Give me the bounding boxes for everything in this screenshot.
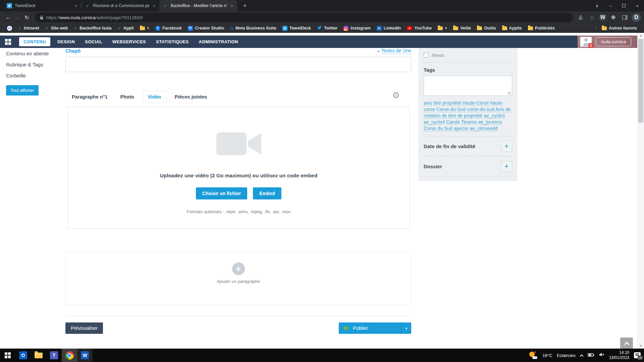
taskbar-clock[interactable]: 14:10 13/01/2023 (609, 350, 629, 360)
bookmark-google[interactable]: G (5, 24, 14, 32)
share-icon[interactable] (576, 13, 585, 22)
temperature[interactable]: 16°C (542, 353, 552, 358)
add-date-button[interactable]: + (501, 141, 512, 152)
bookmark-tweetdeck[interactable]: TweetDeck (280, 24, 313, 32)
tag-link[interactable]: Corse du Sud (424, 126, 452, 131)
notification-center-icon[interactable]: 26 (634, 352, 641, 358)
show-all-button[interactable]: Tout afficher (6, 85, 39, 96)
back-button[interactable]: ← (3, 13, 13, 22)
taskbar-teams[interactable]: T (46, 349, 62, 362)
tag-link[interactable]: ajaccio (454, 126, 469, 131)
taskbar-word[interactable]: W (77, 349, 93, 362)
tag-link[interactable]: corse-du-sud (467, 107, 494, 112)
preview-button[interactable]: Prévisualiser (65, 322, 103, 334)
nav-item-contenu[interactable]: CONTENU (19, 37, 50, 46)
bookmark-creator-studio[interactable]: Creator Studio (185, 24, 226, 32)
nav-item-administration[interactable]: ADMINISTRATION (194, 36, 243, 48)
bookmark-meta-business-suite[interactable]: ∞Meta Business Suite (228, 24, 279, 32)
add-dossier-button[interactable]: + (501, 161, 512, 172)
news-checkbox[interactable] (424, 53, 429, 58)
tab-search-chevron-icon[interactable]: ∨ (590, 0, 604, 11)
bookmark-folder-plus[interactable]: + (138, 24, 152, 32)
volume-muted-icon[interactable] (599, 352, 604, 358)
tag-link[interactable]: Haute-Corse (462, 100, 489, 106)
tag-link[interactable]: ae_cdcveedd (470, 126, 497, 131)
nav-item-statistiques[interactable]: STATISTIQUES (151, 36, 194, 48)
nav-item-social[interactable]: SOCIAL (80, 36, 107, 48)
account-button[interactable]: isula.corsica (596, 37, 631, 46)
chapo-textarea[interactable] (65, 57, 411, 72)
tab-video-active[interactable]: Vidéo (143, 91, 166, 103)
tab-close-icon[interactable]: × (230, 3, 234, 8)
other-favorites-button[interactable]: Autres favoris (599, 24, 639, 32)
nav-item-design[interactable]: DESIGN (52, 36, 80, 48)
apps-grid-icon[interactable] (5, 39, 11, 45)
new-tab-button[interactable]: + (240, 2, 249, 10)
weather-icon[interactable] (529, 351, 538, 359)
window-close-button[interactable]: × (631, 0, 644, 11)
address-bar[interactable]: https://www.isula.corsica/admin/page/701… (35, 13, 573, 22)
hidden-icons-chevron[interactable] (580, 354, 583, 358)
bookmark-site-web[interactable]: ✓Site web (43, 24, 70, 32)
tab-close-icon[interactable]: × (152, 3, 156, 8)
tag-link[interactable]: ae_cycle3 (484, 113, 505, 119)
tag-link[interactable]: Corse-du-Sud (436, 107, 466, 112)
tab-riunione[interactable]: ✓ Riunione di a Cummissione perm × (82, 0, 159, 11)
profile-avatar[interactable]: D (632, 13, 641, 22)
bookmark-instagram[interactable]: Instagram (341, 24, 373, 32)
bookmark-linkedin[interactable]: inLinkedIn (374, 24, 403, 32)
bookmark-folder-outils[interactable]: Outils (475, 24, 498, 32)
battery-icon[interactable] (588, 352, 594, 358)
taskbar-file-explorer[interactable] (31, 349, 46, 362)
embed-button[interactable]: Embed (253, 187, 281, 199)
sidebar-item-rubrique-tags[interactable]: Rubrique & Tags (0, 59, 65, 70)
tab-backoffice-active[interactable]: ✓ Backoffice - Modifier l'article n°3 × (159, 0, 237, 11)
reload-button[interactable]: ↻ (22, 13, 32, 22)
window-maximize-button[interactable] (617, 0, 631, 11)
extensions-puzzle-icon[interactable] (609, 13, 618, 22)
bookmark-folder-plus-2[interactable]: + (435, 24, 449, 32)
side-panel-icon[interactable] (621, 13, 629, 22)
publish-dropdown-button[interactable]: ▾ (401, 322, 411, 334)
start-button[interactable] (0, 349, 15, 362)
textes-de-une-link[interactable]: ▸ Textes de Une (378, 48, 411, 54)
bookmark-star-icon[interactable]: ☆ (588, 13, 596, 22)
bookmark-twitter[interactable]: Twitter (315, 24, 340, 32)
scroll-to-top-button[interactable] (620, 338, 633, 349)
tab-photo[interactable]: Photo (114, 94, 141, 100)
bookmark-intranet[interactable]: ✓Intranet (16, 24, 42, 32)
nav-item-webservices[interactable]: WEBSERVICES (107, 36, 151, 48)
scrollbar-down-icon[interactable]: ▼ (638, 343, 644, 349)
tags-textarea[interactable] (424, 76, 512, 96)
bookmark-folder-publicites[interactable]: Publicités (526, 24, 557, 32)
bookmark-appli[interactable]: ✓Appli (115, 24, 136, 32)
tag-link[interactable]: ae_cycle4 (424, 119, 445, 125)
gear-icon[interactable]: ⚙ (392, 90, 400, 101)
tab-paragraphe-1[interactable]: Paragraphe n°1 (65, 94, 114, 100)
bookmark-backoffice-isula[interactable]: ✓Backoffice Isula (71, 24, 114, 32)
tag-link[interactable]: ae_lyceens (478, 119, 502, 125)
add-paragraph-zone[interactable]: + Ajouter un paragraphe (65, 252, 411, 305)
bookmark-facebook[interactable]: fFacebook (153, 24, 184, 32)
tag-link[interactable]: Carole Teramo (446, 119, 477, 125)
user-avatar[interactable]: 3 (580, 37, 592, 47)
sidebar-item-contenu-en-attente[interactable]: Contenu en attente (0, 48, 65, 59)
taskbar-chrome-active[interactable] (62, 349, 77, 362)
bookmark-youtube[interactable]: YouTube (405, 24, 434, 32)
weather-description[interactable]: Eclaircies (557, 353, 576, 358)
tab-pieces-jointes[interactable]: Pièces jointes (168, 94, 214, 100)
sidebar-item-corbeille[interactable]: Corbeille (0, 70, 65, 81)
forward-button[interactable]: → (13, 13, 22, 22)
taskbar-outlook[interactable]: O (15, 349, 31, 362)
bookmark-folder-veille[interactable]: Veille (451, 24, 473, 32)
w-extension-icon[interactable]: W (599, 14, 606, 21)
bookmark-folder-applis[interactable]: Applis (500, 24, 524, 32)
page-scrollbar[interactable]: ▲ ▼ (637, 33, 644, 349)
scrollbar-thumb[interactable] (638, 39, 643, 123)
tag-link[interactable]: avis (424, 100, 432, 106)
tab-close-icon[interactable]: × (74, 3, 78, 8)
window-minimize-button[interactable]: – (604, 0, 617, 11)
publish-button[interactable]: Publier (339, 322, 401, 334)
choose-file-button[interactable]: Choisir un fichier (196, 187, 247, 199)
tab-tweetdeck[interactable]: TweetDeck × (3, 0, 81, 11)
